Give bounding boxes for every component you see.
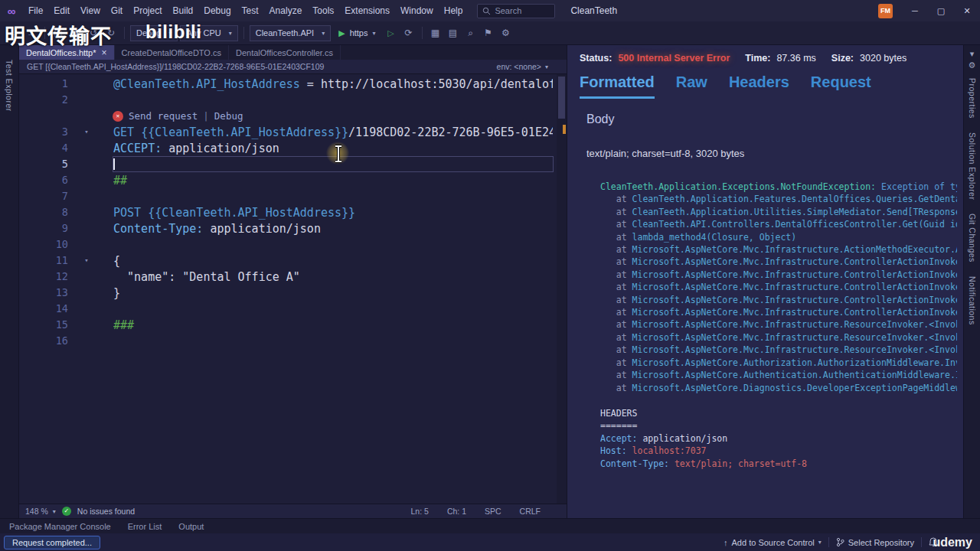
code-line-15[interactable]: 15###: [19, 317, 567, 333]
menu-extensions[interactable]: Extensions: [339, 0, 395, 21]
token: at: [600, 344, 632, 355]
time-value: 87.36 ms: [776, 53, 815, 64]
breadcrumb[interactable]: GET [{CleanTeeth.API_HostAddress}]/1198C…: [27, 62, 324, 71]
code-line-11[interactable]: 11▾{: [19, 253, 567, 269]
undo-icon[interactable]: ↺: [86, 28, 101, 38]
menu-git[interactable]: Git: [106, 0, 128, 21]
run-label: https: [350, 28, 368, 37]
scrollbar-thumb[interactable]: [558, 77, 565, 119]
search-input[interactable]: Search: [477, 4, 555, 18]
add-to-source-control-label: Add to Source Control: [732, 538, 815, 547]
menu-debug[interactable]: Debug: [198, 0, 236, 21]
settings-gear-icon[interactable]: ⚙: [498, 28, 514, 38]
editor-scrollbar[interactable]: [557, 74, 567, 504]
code-line-1[interactable]: 1@CleanTeeth.API_HostAddress = http://lo…: [19, 76, 567, 92]
chevron-down-icon[interactable]: ▾: [970, 48, 975, 60]
code-line-8[interactable]: 8POST {{CleanTeeth.API_HostAddress}}: [19, 204, 567, 220]
code-line-12[interactable]: 12 "name": "Dental Office A": [19, 269, 567, 285]
debug-request-link[interactable]: Debug: [214, 108, 243, 124]
code-line-3[interactable]: 3▾GET {{CleanTeeth.API_HostAddress}}/119…: [19, 124, 567, 140]
side-tab-solution-explorer[interactable]: Solution Explorer: [968, 132, 977, 200]
menu-build[interactable]: Build: [168, 0, 199, 21]
code-line-5[interactable]: 5: [19, 156, 567, 172]
bell-icon[interactable]: [929, 537, 938, 547]
code-line-16[interactable]: 16: [19, 333, 567, 349]
restore-button[interactable]: ▢: [928, 0, 954, 21]
run-https-button[interactable]: ▶https▾: [333, 25, 381, 41]
redo-icon[interactable]: ↻: [103, 28, 119, 38]
tab-dentaloffices-http[interactable]: DentalOffices.http*×: [19, 45, 115, 60]
token: Microsoft.AspNetCore.Mvc.Infrastructure.…: [632, 307, 957, 318]
token: CleanTeeth.Application.Features.DentalOf…: [632, 194, 957, 204]
zoom-selector[interactable]: 148 %▾: [25, 507, 56, 516]
token: }: [113, 286, 120, 300]
bookmark-icon[interactable]: ⚑: [481, 28, 496, 38]
tab-dentalofficescontroller-cs[interactable]: DentalOfficesController.cs: [229, 45, 341, 60]
code-line-13[interactable]: 13}: [19, 285, 567, 301]
code-line-2[interactable]: 2: [19, 92, 567, 108]
code-line-4[interactable]: 4ACCEPT: application/json: [19, 140, 567, 156]
config-dropdown[interactable]: Debug▾: [130, 25, 178, 41]
request-failed-icon: ✕: [113, 111, 123, 122]
add-to-source-control-button[interactable]: ↑ Add to Source Control ▾: [724, 538, 822, 547]
fold-chevron-icon[interactable]: ▾: [79, 124, 94, 140]
fold-chevron-icon[interactable]: ▾: [79, 253, 94, 269]
close-icon[interactable]: ×: [102, 48, 107, 57]
find-in-files-icon[interactable]: ⌕: [463, 28, 479, 38]
response-tab-formatted[interactable]: Formatted: [580, 73, 655, 99]
gear-icon[interactable]: ⚙: [969, 60, 976, 71]
fold-chevron-icon: [79, 317, 94, 333]
startup-project-dropdown[interactable]: CleanTeeth.API▾: [250, 25, 331, 41]
menu-help[interactable]: Help: [439, 0, 469, 21]
solution-explorer-icon[interactable]: ▦: [428, 28, 443, 38]
code-line-9[interactable]: 9Content-Type: application/json: [19, 220, 567, 236]
token: application/json: [637, 433, 727, 444]
code-editor[interactable]: 1@CleanTeeth.API_HostAddress = http://lo…: [19, 74, 567, 504]
response-tab-request[interactable]: Request: [811, 73, 871, 99]
token: GET: [113, 126, 141, 139]
bottom-tab-output[interactable]: Output: [178, 522, 204, 531]
start-without-debugging-icon[interactable]: ▷: [384, 28, 399, 38]
platform-dropdown[interactable]: Any CPU▾: [180, 25, 237, 41]
minimize-button[interactable]: ─: [902, 0, 928, 21]
title-bar: ∞ FileEditViewGitProjectBuildDebugTestAn…: [0, 0, 980, 21]
account-avatar[interactable]: FM: [878, 4, 893, 18]
nav-forward-icon[interactable]: →: [24, 28, 39, 38]
token: ACCEPT:: [113, 142, 162, 155]
status-badge: 500 Internal Server Error: [618, 53, 730, 64]
response-tab-raw[interactable]: Raw: [676, 73, 707, 99]
new-file-icon[interactable]: ▢: [51, 28, 66, 38]
nav-back-icon[interactable]: ←: [6, 28, 21, 38]
menu-analyze[interactable]: Analyze: [264, 0, 308, 21]
code-line-7[interactable]: 7: [19, 188, 567, 204]
menu-project[interactable]: Project: [128, 0, 167, 21]
app-status-bar: Request completed... ↑ Add to Source Con…: [0, 533, 980, 551]
bottom-tab-package-manager-console[interactable]: Package Manager Console: [9, 522, 111, 531]
response-tab-headers[interactable]: Headers: [729, 73, 789, 99]
menu-test[interactable]: Test: [237, 0, 264, 21]
side-tab-git-changes[interactable]: Git Changes: [968, 214, 977, 262]
side-tab-properties[interactable]: Properties: [968, 78, 977, 119]
bottom-tab-error-list[interactable]: Error List: [128, 522, 162, 531]
response-body[interactable]: Body text/plain; charset=utf-8, 3020 byt…: [567, 99, 963, 518]
menu-file[interactable]: File: [23, 0, 48, 21]
properties-window-icon[interactable]: ▤: [446, 28, 461, 38]
tab-createdentalofficedto-cs[interactable]: CreateDentalOfficeDTO.cs: [115, 45, 229, 60]
save-icon[interactable]: ▣: [68, 28, 83, 38]
menu-window[interactable]: Window: [395, 0, 439, 21]
close-button[interactable]: ✕: [954, 0, 980, 21]
code-line-14[interactable]: 14: [19, 301, 567, 317]
menu-edit[interactable]: Edit: [48, 0, 75, 21]
token: at: [600, 269, 632, 280]
env-selector[interactable]: env: <none> ▾: [497, 62, 559, 71]
refresh-icon[interactable]: ⟳: [401, 28, 416, 38]
menu-view[interactable]: View: [75, 0, 106, 21]
search-placeholder: Search: [495, 6, 521, 15]
code-line-6[interactable]: 6##: [19, 172, 567, 188]
menu-tools[interactable]: Tools: [307, 0, 339, 21]
send-request-link[interactable]: Send request: [129, 108, 198, 124]
select-repository-button[interactable]: Select Repository: [836, 537, 914, 547]
side-tab-test-explorer[interactable]: Test Explorer: [5, 60, 14, 112]
code-line-10[interactable]: 10: [19, 236, 567, 253]
side-tab-notifications[interactable]: Notifications: [968, 276, 977, 325]
